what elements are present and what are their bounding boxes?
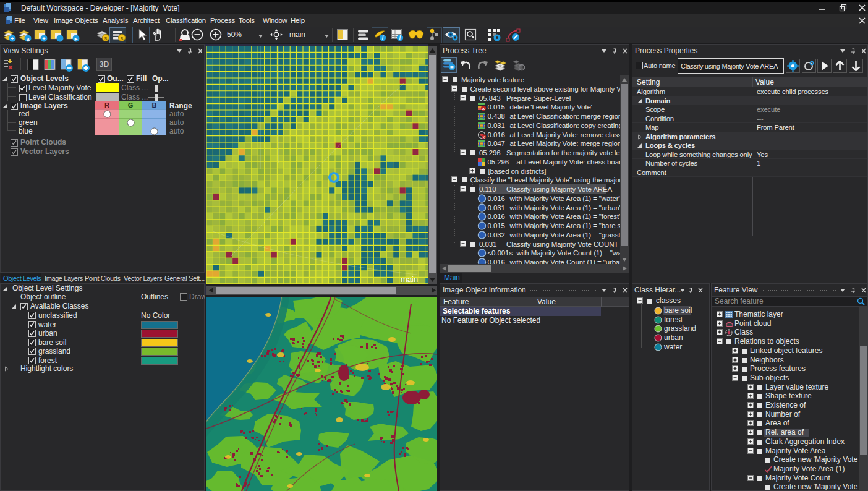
svg-text:+: + xyxy=(11,36,14,42)
svg-text:$: $ xyxy=(121,36,124,41)
svg-text:+: + xyxy=(42,36,45,42)
svg-text:x: x xyxy=(482,106,485,111)
svg-text:→: → xyxy=(57,36,63,42)
svg-text:▸: ▸ xyxy=(74,36,78,42)
svg-text:$: $ xyxy=(104,36,108,41)
svg-text:x: x xyxy=(482,134,485,139)
